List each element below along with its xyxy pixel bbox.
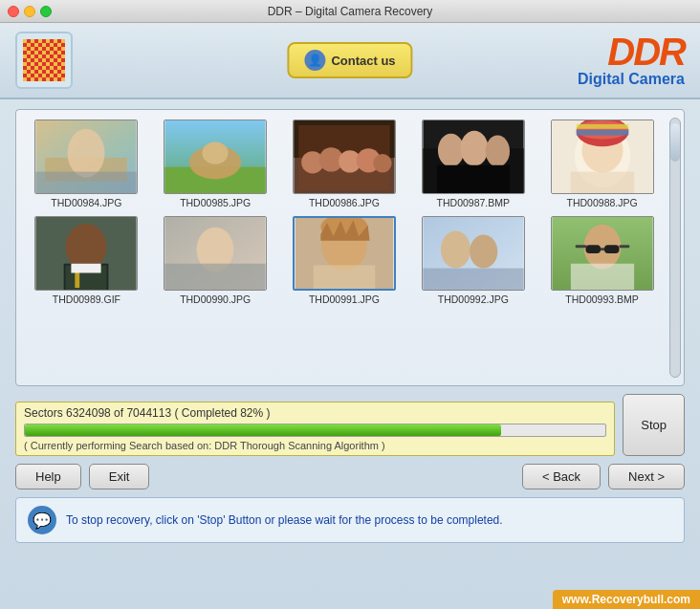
photo-thumbnail[interactable] xyxy=(551,216,654,291)
photo-panel: THD00984.JPG THD00985.JPG xyxy=(15,109,685,386)
scrollbar-thumb[interactable] xyxy=(670,123,680,162)
svg-point-18 xyxy=(438,134,464,167)
photo-thumbnail[interactable] xyxy=(551,120,654,194)
app-logo xyxy=(15,32,73,89)
list-item[interactable]: THD00988.JPG xyxy=(541,120,663,208)
progress-section: Sectors 6324098 of 7044113 ( Completed 8… xyxy=(15,394,685,456)
list-item[interactable]: THD00993.BMP xyxy=(541,216,663,305)
list-item[interactable]: THD00990.JPG xyxy=(155,216,276,305)
ddr-brand-text: DDR xyxy=(578,33,685,71)
brand-logo: DDR Digital Camera xyxy=(578,33,685,88)
window-title: DDR – Digital Camera Recovery xyxy=(268,5,433,18)
svg-rect-53 xyxy=(619,245,629,248)
photo-filename: THD00993.BMP xyxy=(565,294,638,305)
svg-rect-25 xyxy=(570,172,633,193)
svg-rect-28 xyxy=(576,130,628,136)
checkerboard-icon xyxy=(23,39,65,81)
contact-person-icon: 👤 xyxy=(304,50,325,71)
maximize-button[interactable] xyxy=(40,6,52,17)
list-item[interactable]: THD00992.JPG xyxy=(412,216,534,305)
list-item[interactable]: THD00984.JPG xyxy=(26,120,147,208)
info-box: 💬 To stop recovery, click on 'Stop' Butt… xyxy=(15,497,685,543)
svg-rect-42 xyxy=(314,265,376,289)
list-item[interactable]: THD00986.JPG xyxy=(284,120,405,208)
svg-rect-35 xyxy=(72,264,101,273)
info-message: To stop recovery, click on 'Stop' Button… xyxy=(66,513,503,527)
svg-point-31 xyxy=(66,224,107,271)
svg-rect-3 xyxy=(36,172,137,193)
svg-point-45 xyxy=(470,235,497,269)
title-bar: DDR – Digital Camera Recovery xyxy=(0,0,700,23)
photo-filename: THD00985.JPG xyxy=(180,197,251,208)
svg-point-19 xyxy=(460,131,488,166)
photo-thumbnail[interactable] xyxy=(34,120,138,194)
minimize-button[interactable] xyxy=(24,6,35,17)
svg-rect-29 xyxy=(576,124,628,129)
svg-rect-52 xyxy=(575,245,586,248)
photo-thumbnail[interactable] xyxy=(422,216,525,291)
progress-bar-fill xyxy=(25,424,501,436)
svg-point-20 xyxy=(485,136,509,167)
svg-point-2 xyxy=(68,129,105,178)
photo-thumbnail[interactable] xyxy=(293,120,396,194)
photo-filename: THD00987.BMP xyxy=(437,197,510,208)
photo-filename: THD00990.JPG xyxy=(180,294,251,305)
photo-thumbnail[interactable] xyxy=(422,120,525,194)
progress-bar-container xyxy=(24,424,606,437)
info-icon: 💬 xyxy=(28,506,56,534)
next-button[interactable]: Next > xyxy=(608,464,685,489)
svg-rect-51 xyxy=(601,248,604,250)
back-button[interactable]: < Back xyxy=(522,464,601,489)
svg-rect-49 xyxy=(585,245,601,253)
photo-thumbnail[interactable] xyxy=(164,216,267,291)
stop-button[interactable]: Stop xyxy=(623,394,685,456)
exit-button[interactable]: Exit xyxy=(89,464,150,489)
photo-thumbnail[interactable] xyxy=(293,216,396,291)
svg-rect-38 xyxy=(165,264,266,290)
list-item[interactable]: THD00985.JPG xyxy=(155,120,276,208)
navigation-buttons: Help Exit < Back Next > xyxy=(15,464,685,489)
progress-panel: Sectors 6324098 of 7044113 ( Completed 8… xyxy=(15,402,615,456)
svg-rect-54 xyxy=(570,264,633,290)
contact-label: Contact us xyxy=(331,54,395,68)
main-content: THD00984.JPG THD00985.JPG xyxy=(0,99,700,609)
photo-thumbnail[interactable] xyxy=(34,216,138,291)
photo-filename: THD00984.JPG xyxy=(51,197,121,208)
photo-filename: THD00989.GIF xyxy=(53,294,120,305)
list-item[interactable]: THD00989.GIF xyxy=(26,216,147,305)
svg-rect-50 xyxy=(604,245,620,253)
photo-filename: THD00988.JPG xyxy=(567,197,638,208)
stop-button-container: Stop xyxy=(623,394,685,456)
svg-rect-46 xyxy=(423,269,523,290)
contact-button[interactable]: 👤 Contact us xyxy=(287,42,412,78)
list-item[interactable]: THD00987.BMP xyxy=(412,120,534,208)
close-button[interactable] xyxy=(8,6,19,17)
photo-filename: THD00986.JPG xyxy=(309,197,380,208)
photo-grid: THD00984.JPG THD00985.JPG xyxy=(26,120,674,305)
sectors-text: Sectors 6324098 of 7044113 ( Completed 8… xyxy=(24,406,606,420)
photo-thumbnail[interactable] xyxy=(164,120,267,194)
help-button[interactable]: Help xyxy=(15,464,81,489)
brand-subtitle: Digital Camera xyxy=(578,71,685,88)
footer-url: www.Recoverybull.com xyxy=(553,590,700,609)
photo-filename: THD00991.JPG xyxy=(309,294,380,305)
algorithm-text: ( Currently performing Search based on: … xyxy=(24,440,606,451)
svg-point-7 xyxy=(203,141,229,163)
photo-filename: THD00992.JPG xyxy=(438,294,509,305)
svg-rect-21 xyxy=(437,165,510,193)
app-header: 👤 Contact us DDR Digital Camera xyxy=(0,23,700,99)
svg-point-44 xyxy=(441,231,470,269)
svg-point-15 xyxy=(373,154,391,172)
window-controls[interactable] xyxy=(8,6,52,17)
scrollbar[interactable] xyxy=(669,118,681,378)
list-item[interactable]: THD00991.JPG xyxy=(284,216,405,305)
